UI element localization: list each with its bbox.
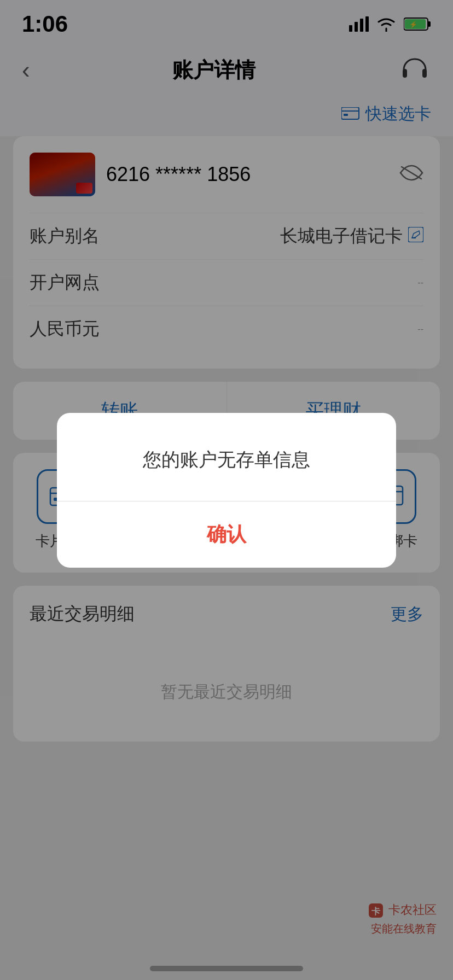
modal-dialog: 您的账户无存单信息 确认 [57,413,396,568]
modal-message: 您的账户无存单信息 [79,446,374,474]
modal-confirm-button[interactable]: 确认 [57,501,396,568]
modal-body: 您的账户无存单信息 [57,413,396,501]
modal-overlay: 您的账户无存单信息 确认 [0,0,453,980]
modal-footer: 确认 [57,501,396,568]
